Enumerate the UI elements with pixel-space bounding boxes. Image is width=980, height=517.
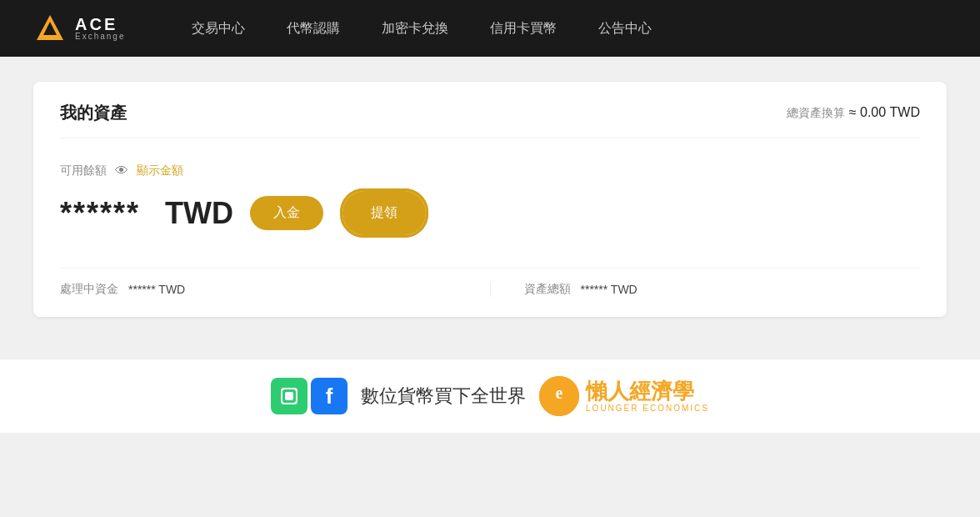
withdraw-button-wrapper: 提領 <box>340 188 428 238</box>
footer-banner: f 數位貨幣買下全世界 e 懶人經濟學 LOUNGER ECONOMICS <box>0 359 980 433</box>
show-amount-link[interactable]: 顯示金額 <box>137 163 183 178</box>
asset-card-header: 我的資產 總資產換算 ≈ 0.00 TWD <box>60 102 920 138</box>
asset-title: 我的資產 <box>60 102 127 124</box>
deposit-button[interactable]: 入金 <box>250 196 323 230</box>
footer-icons: f <box>271 378 348 414</box>
eye-icon[interactable]: 👁 <box>115 163 128 178</box>
lounger-en-text: LOUNGER ECONOMICS <box>586 404 709 413</box>
nav-trade-center[interactable]: 交易中心 <box>192 20 245 38</box>
total-asset-stat: 資產總額 ****** TWD <box>491 282 921 297</box>
nav-links: 交易中心 代幣認購 加密卡兌換 信用卡買幣 公告中心 <box>192 20 652 38</box>
fb-letter: f <box>326 384 333 409</box>
logo-exchange-text: Exchange <box>75 33 125 41</box>
total-asset-approx: ≈ <box>849 105 857 119</box>
lounger-icon: e <box>539 376 579 416</box>
main-content: 我的資產 總資產換算 ≈ 0.00 TWD 可用餘額 👁 顯示金額 ******… <box>0 57 980 342</box>
navbar: ACE Exchange 交易中心 代幣認購 加密卡兌換 信用卡買幣 公告中心 <box>0 0 980 57</box>
processing-stat: 處理中資金 ****** TWD <box>60 282 491 297</box>
logo-ace-text: ACE <box>75 16 125 33</box>
total-asset-stat-value: ****** TWD <box>581 283 638 296</box>
svg-rect-5 <box>285 392 293 400</box>
lounger-text: 懶人經濟學 LOUNGER ECONOMICS <box>586 379 709 413</box>
footer-slogan: 數位貨幣買下全世界 <box>361 384 526 409</box>
nav-announcement[interactable]: 公告中心 <box>598 20 652 38</box>
ace-small-icon <box>271 378 308 414</box>
stats-row: 處理中資金 ****** TWD 資產總額 ****** TWD <box>60 268 920 297</box>
logo[interactable]: ACE Exchange <box>33 12 125 45</box>
balance-currency: TWD <box>165 196 233 231</box>
nav-credit-card[interactable]: 信用卡買幣 <box>490 20 557 38</box>
lounger-logo: e 懶人經濟學 LOUNGER ECONOMICS <box>539 376 709 416</box>
available-label-row: 可用餘額 👁 顯示金額 <box>60 163 920 178</box>
total-asset-stat-label: 資產總額 <box>524 282 571 297</box>
logo-text: ACE Exchange <box>75 16 125 41</box>
facebook-icon: f <box>311 378 348 414</box>
balance-actions-row: ****** TWD 入金 提領 <box>60 188 920 238</box>
balance-section: 可用餘額 👁 顯示金額 ****** TWD 入金 提領 <box>60 155 920 254</box>
available-label: 可用餘額 <box>60 163 107 178</box>
ace-logo-icon <box>33 12 67 45</box>
svg-text:e: e <box>556 384 563 402</box>
balance-stars: ****** <box>60 196 140 231</box>
lounger-zh-text: 懶人經濟學 <box>586 379 709 404</box>
processing-value: ****** TWD <box>128 283 185 296</box>
total-asset-label: 總資產換算 <box>787 106 845 119</box>
total-asset-value: 0.00 TWD <box>860 105 920 119</box>
processing-label: 處理中資金 <box>60 282 118 297</box>
nav-crypto-card[interactable]: 加密卡兌換 <box>382 20 448 38</box>
nav-token-subscribe[interactable]: 代幣認購 <box>287 20 340 38</box>
withdraw-button[interactable]: 提領 <box>345 193 423 233</box>
asset-card: 我的資產 總資產換算 ≈ 0.00 TWD 可用餘額 👁 顯示金額 ******… <box>33 82 947 317</box>
total-asset-summary: 總資產換算 ≈ 0.00 TWD <box>787 105 920 121</box>
